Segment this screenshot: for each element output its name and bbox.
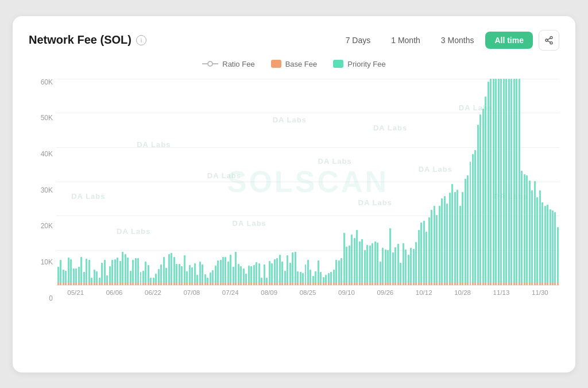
bar-group bbox=[510, 79, 512, 285]
bar-priority bbox=[465, 179, 466, 282]
bar-priority bbox=[320, 272, 322, 282]
bar-base bbox=[554, 283, 556, 285]
bar-group bbox=[253, 79, 255, 285]
bar-group bbox=[405, 79, 407, 285]
bar-group bbox=[227, 79, 229, 285]
bar-group bbox=[328, 79, 330, 285]
share-button[interactable] bbox=[539, 30, 559, 51]
bar-priority bbox=[243, 268, 245, 282]
bar-priority bbox=[536, 197, 538, 282]
bar-priority bbox=[122, 252, 123, 283]
bar-base bbox=[392, 283, 394, 285]
bar-group bbox=[534, 79, 536, 285]
bar-group bbox=[423, 79, 425, 285]
bar-base bbox=[99, 283, 100, 285]
bar-group bbox=[397, 79, 399, 285]
bar-priority bbox=[472, 154, 474, 283]
bar-base bbox=[325, 283, 327, 285]
bar-base bbox=[343, 283, 345, 285]
bar-base bbox=[300, 283, 301, 285]
bar-priority bbox=[305, 264, 307, 283]
x-label-0708: 07/08 bbox=[172, 289, 211, 296]
bar-base bbox=[490, 283, 492, 285]
bar-priority bbox=[99, 278, 100, 283]
bar-base bbox=[366, 283, 368, 285]
bar-priority bbox=[163, 257, 165, 282]
bar-priority bbox=[117, 258, 118, 283]
bar-priority bbox=[510, 79, 512, 283]
bar-priority bbox=[521, 171, 523, 283]
bar-base bbox=[477, 283, 479, 285]
filter-3months[interactable]: 3 Months bbox=[432, 32, 483, 49]
bar-base bbox=[503, 283, 505, 285]
bar-group bbox=[454, 79, 456, 285]
bar-group bbox=[142, 79, 144, 285]
bar-priority bbox=[83, 272, 85, 283]
bar-priority bbox=[446, 203, 448, 282]
bar-group bbox=[408, 79, 409, 285]
bar-base bbox=[68, 283, 69, 285]
bar-group bbox=[297, 79, 299, 285]
bar-group bbox=[323, 79, 324, 285]
bar-priority bbox=[292, 252, 293, 283]
bar-base bbox=[318, 283, 319, 285]
bar-group bbox=[245, 79, 247, 285]
bar-group bbox=[86, 79, 87, 285]
bar-group bbox=[415, 79, 417, 285]
filter-7days[interactable]: 7 Days bbox=[336, 32, 380, 49]
bar-base bbox=[354, 283, 355, 285]
bar-priority bbox=[114, 259, 116, 282]
bar-base bbox=[539, 283, 541, 285]
bar-priority bbox=[441, 198, 443, 283]
bar-group bbox=[351, 79, 353, 285]
bar-base bbox=[349, 283, 350, 285]
bar-group bbox=[104, 79, 106, 285]
bar-priority bbox=[351, 235, 353, 283]
bar-priority bbox=[343, 233, 345, 283]
bar-base bbox=[274, 283, 276, 285]
bar-priority bbox=[403, 243, 404, 282]
bar-priority bbox=[145, 262, 146, 282]
bar-priority bbox=[210, 272, 211, 282]
bar-priority bbox=[202, 264, 203, 283]
bar-group bbox=[70, 79, 72, 285]
bar-base bbox=[284, 283, 286, 285]
bar-group bbox=[233, 79, 234, 285]
bar-base bbox=[557, 283, 559, 285]
bar-group bbox=[266, 79, 268, 285]
bar-group bbox=[488, 79, 489, 285]
filter-1month[interactable]: 1 Month bbox=[382, 32, 430, 49]
bar-priority bbox=[482, 109, 484, 283]
bar-group bbox=[158, 79, 160, 285]
x-label-0809: 08/09 bbox=[250, 289, 288, 296]
bar-group bbox=[125, 79, 126, 285]
bar-group bbox=[212, 79, 214, 285]
bar-group bbox=[114, 79, 116, 285]
legend-base-label: Base Fee bbox=[285, 60, 318, 68]
bar-priority bbox=[364, 250, 366, 283]
bar-group bbox=[446, 79, 448, 285]
bar-base bbox=[258, 283, 260, 285]
bar-group bbox=[377, 79, 378, 285]
chart-header: Network Fee (SOL) i 7 Days 1 Month 3 Mon… bbox=[29, 30, 559, 51]
bar-group bbox=[392, 79, 394, 285]
bar-group bbox=[470, 79, 471, 285]
title-group: Network Fee (SOL) i bbox=[29, 33, 146, 47]
bar-priority bbox=[220, 260, 222, 282]
info-icon[interactable]: i bbox=[136, 35, 146, 45]
bar-group bbox=[96, 79, 98, 285]
bar-group bbox=[176, 79, 177, 285]
filter-alltime[interactable]: All time bbox=[485, 32, 533, 49]
bar-group bbox=[199, 79, 201, 285]
legend-priority-fee: Priority Fee bbox=[333, 60, 385, 68]
bar-base bbox=[132, 283, 134, 285]
bar-base bbox=[449, 283, 451, 285]
y-label-50k: 50K bbox=[29, 114, 53, 121]
bar-group bbox=[449, 79, 451, 285]
y-axis: 0 10K 20K 30K 40K 50K 60K bbox=[29, 79, 53, 303]
bar-base bbox=[215, 283, 216, 285]
bar-priority bbox=[227, 262, 229, 283]
bar-base bbox=[351, 283, 353, 285]
bar-group bbox=[281, 79, 283, 285]
bar-base bbox=[109, 283, 111, 285]
